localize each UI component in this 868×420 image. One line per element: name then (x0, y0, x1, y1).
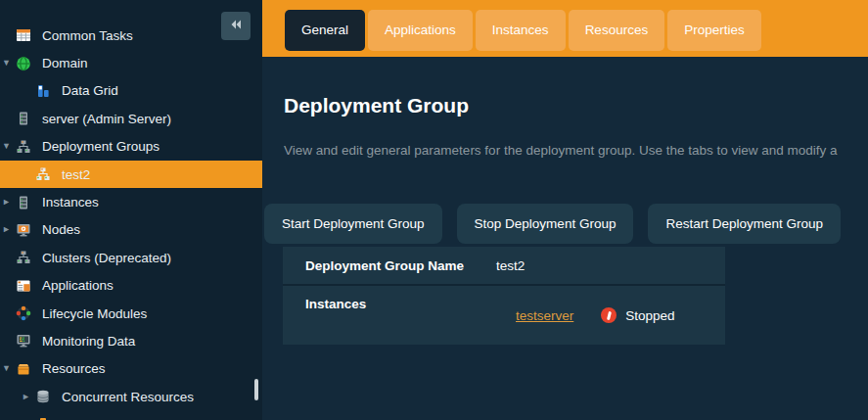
sidebar-item-label: Concurrent Resources (62, 390, 194, 404)
sidebar-item-clusters-deprecated[interactable]: Clusters (Deprecated) (0, 244, 262, 271)
sidebar-item-applications[interactable]: Applications (0, 272, 262, 300)
deployment-group-icon (35, 166, 51, 182)
sidebar-item-label: Domain (42, 56, 88, 70)
nodes-icon (16, 222, 31, 238)
page-title: Deployment Group (284, 94, 469, 117)
monitoring-data-icon (16, 333, 31, 349)
instance-entry: testserver Stopped (516, 307, 675, 323)
sidebar: Common Tasks ▼ Domain Data Grid server (… (0, 0, 262, 420)
sidebar-item-label: Data Grid (62, 83, 118, 98)
content-area: Deployment Group View and edit general p… (262, 57, 868, 420)
instances-icon (16, 195, 31, 210)
sidebar-item-deployment-groups[interactable]: ▼ Deployment Groups (0, 133, 262, 161)
sidebar-item-label: server (Admin Server) (42, 112, 171, 126)
sidebar-item-concurrent-resources[interactable]: ► Concurrent Resources (0, 383, 262, 410)
sidebar-item-monitoring-data[interactable]: Monitoring Data (0, 327, 262, 354)
sidebar-item-label: Applications (42, 278, 114, 293)
sidebar-item-label: Clusters (Deprecated) (42, 251, 171, 265)
sidebar-item-label: Deployment Groups (42, 139, 160, 154)
stop-deployment-group-button[interactable]: Stop Deployment Group (457, 204, 634, 244)
sidebar-scrollbar-thumb[interactable] (254, 379, 258, 400)
tab-instances[interactable]: Instances (476, 10, 566, 51)
page-description: View and edit general parameters for the… (284, 143, 838, 158)
sidebar-item-label: Resources (42, 361, 106, 376)
sidebar-item-resources[interactable]: ▼ Resources (0, 355, 262, 383)
expand-arrow-icon[interactable]: ▼ (2, 142, 16, 151)
server-icon (16, 111, 31, 126)
resources-icon (16, 361, 31, 377)
sidebar-item-instances[interactable]: ► Instances (0, 188, 262, 215)
sidebar-item-label: Instances (42, 195, 99, 210)
sidebar-item-label: Lifecycle Modules (42, 306, 147, 321)
tab-bar: General Applications Instances Resources… (285, 10, 761, 51)
sidebar-item-label: Common Tasks (42, 28, 133, 43)
deployment-group-name-value: test2 (496, 258, 525, 273)
sidebar-item-test2[interactable]: test2 (0, 161, 262, 188)
tab-resources[interactable]: Resources (569, 10, 665, 51)
expand-arrow-icon[interactable]: ► (22, 393, 35, 401)
instance-link-testserver[interactable]: testserver (516, 308, 573, 323)
common-tasks-icon (16, 27, 31, 43)
expand-arrow-icon[interactable]: ► (2, 225, 16, 234)
sidebar-item-data-grid[interactable]: Data Grid (0, 77, 262, 105)
sidebar-collapse-button[interactable] (221, 12, 251, 40)
tab-properties[interactable]: Properties (667, 10, 761, 51)
sidebar-item-lifecycle-modules[interactable]: Lifecycle Modules (0, 300, 262, 327)
instances-label: Instances (283, 297, 496, 311)
sidebar-item-label: Monitoring Data (42, 334, 135, 349)
table-row-name: Deployment Group Name test2 (283, 247, 725, 284)
sidebar-item-label: test2 (62, 167, 90, 182)
concurrent-resources-icon (35, 389, 51, 404)
sidebar-item-nodes[interactable]: ► Nodes (0, 216, 262, 244)
expand-arrow-icon[interactable]: ▼ (2, 59, 16, 68)
sidebar-item-label: Nodes (42, 222, 80, 237)
table-row-instances: Instances testserver Stopped (283, 284, 725, 345)
domain-globe-icon (16, 56, 31, 71)
deployment-group-name-label: Deployment Group Name (283, 258, 496, 273)
restart-deployment-group-button[interactable]: Restart Deployment Group (648, 204, 841, 244)
tab-header-bar: General Applications Instances Resources… (262, 0, 868, 57)
applications-icon (16, 278, 31, 294)
deployment-group-info-table: Deployment Group Name test2 Instances te… (283, 247, 725, 345)
deployment-groups-icon (16, 139, 31, 155)
sidebar-item-connectors[interactable]: ► Connectors (0, 410, 262, 420)
clusters-icon (16, 250, 31, 265)
tab-applications[interactable]: Applications (368, 10, 473, 51)
main-content: General Applications Instances Resources… (262, 0, 868, 420)
instance-status-text: Stopped (625, 308, 674, 323)
expand-arrow-icon[interactable]: ▼ (2, 364, 16, 373)
action-button-row: Start Deployment Group Stop Deployment G… (264, 204, 841, 244)
navigation-tree: Common Tasks ▼ Domain Data Grid server (… (0, 22, 262, 420)
connectors-icon (35, 417, 51, 420)
lifecycle-modules-icon (16, 305, 31, 321)
tab-general[interactable]: General (285, 10, 365, 51)
data-grid-icon (35, 83, 51, 99)
stopped-status-icon (601, 307, 617, 323)
sidebar-item-domain[interactable]: ▼ Domain (0, 49, 262, 76)
expand-arrow-icon[interactable]: ► (2, 198, 16, 207)
collapse-double-arrow-icon (228, 17, 244, 35)
start-deployment-group-button[interactable]: Start Deployment Group (264, 204, 442, 244)
sidebar-item-server-admin[interactable]: server (Admin Server) (0, 105, 262, 132)
